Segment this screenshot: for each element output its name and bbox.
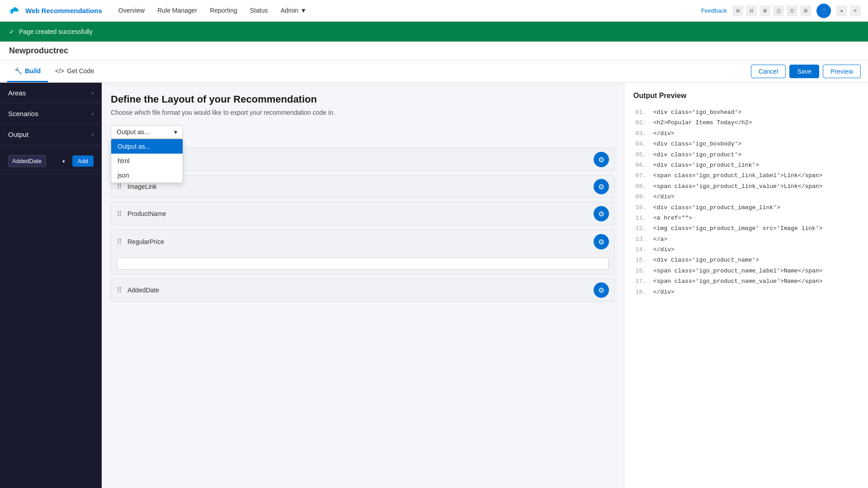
field-selector[interactable]: AddedDate xyxy=(8,155,46,167)
toolbar-icons: ⊞ ⊟ ⊠ ◫ ⊡ ⊞ xyxy=(732,5,811,16)
line-number: 15. xyxy=(633,255,646,265)
icon-btn-2[interactable]: ⊟ xyxy=(746,5,757,16)
line-number: 07. xyxy=(633,170,646,181)
code-content: <div class='igo_product_name'> xyxy=(653,255,759,265)
drag-handle-icon-4[interactable]: ⠿ xyxy=(117,238,122,246)
code-content: <span class='igo_product_link_label'>Lin… xyxy=(653,170,822,181)
line-number: 10. xyxy=(633,202,646,213)
sidebar-item-output[interactable]: Output › xyxy=(0,124,102,145)
code-content: <div class='igo_product'> xyxy=(653,150,741,160)
nav-rule-manager[interactable]: Rule Manager xyxy=(152,0,203,22)
line-number: 09. xyxy=(633,192,646,202)
code-line: 10. <div class='igo_product_image_link'> xyxy=(633,202,859,213)
code-content: <img class='igo_product_image' src='Imag… xyxy=(653,223,822,234)
line-number: 08. xyxy=(633,181,646,192)
page-title-row: Newproductrec xyxy=(0,42,868,61)
tab-get-code[interactable]: </> Get Code xyxy=(48,61,101,82)
icon-btn-3[interactable]: ⊠ xyxy=(760,5,770,16)
scenarios-label: Scenarios xyxy=(8,110,38,117)
code-line: 02. <h2>Popular Items Today</h2> xyxy=(633,117,859,128)
field-settings-button-product-link[interactable]: ⚙ xyxy=(594,152,609,167)
icon-btn-7[interactable]: ▸ xyxy=(836,5,847,16)
tab-build[interactable]: 🔧 Build xyxy=(7,61,48,82)
icon-btn-8[interactable]: ≡ xyxy=(850,5,861,16)
content-area: Define the Layout of your Recommendation… xyxy=(102,83,624,488)
field-name-product-link: ProductLink xyxy=(127,156,588,163)
field-row-product-link: ⠿ ProductLink ⚙ xyxy=(111,148,615,171)
nav-reporting[interactable]: Reporting xyxy=(204,0,243,22)
line-number: 12. xyxy=(633,223,646,234)
output-dropdown-trigger[interactable]: Output as... ▾ xyxy=(111,125,183,139)
field-settings-button-product-name[interactable]: ⚙ xyxy=(594,206,609,221)
field-settings-button-added-date[interactable]: ⚙ xyxy=(594,282,609,298)
code-content: <a href=""> xyxy=(653,213,692,223)
field-settings-button-image-link[interactable]: ⚙ xyxy=(594,179,609,194)
add-field-button[interactable]: Add xyxy=(72,155,94,167)
app-logo[interactable]: Web Recommendations xyxy=(7,5,102,16)
code-line: 11. <a href=""> xyxy=(633,213,859,223)
output-preview-panel: Output Preview 01.<div class='igo_boxhea… xyxy=(624,83,868,488)
avatar[interactable]: 👤 xyxy=(816,4,831,18)
code-icon: </> xyxy=(55,67,64,75)
code-line: 01.<div class='igo_boxhead'> xyxy=(633,107,859,117)
icon-btn-1[interactable]: ⊞ xyxy=(732,5,743,16)
code-content: </div> xyxy=(653,287,675,297)
code-content: </div> xyxy=(653,192,675,202)
nav-status[interactable]: Status xyxy=(245,0,274,22)
field-name-added-date: AddedDate xyxy=(127,286,588,294)
sidebar: Areas › Scenarios › Output › AddedDate ▾… xyxy=(0,83,102,488)
toolbar-icons-right: ▸ ≡ xyxy=(836,5,861,16)
code-content: </div> xyxy=(653,244,675,255)
line-number: 16. xyxy=(633,266,646,276)
code-content: <div class='igo_boxhead'> xyxy=(653,107,741,117)
field-row-image-link: ⠿ ImageLink ⚙ xyxy=(111,175,615,198)
nav-overview[interactable]: Overview xyxy=(113,0,150,22)
code-line: 17. <span class='igo_product_name_value'… xyxy=(633,276,859,286)
sub-tabs: 🔧 Build </> Get Code Cancel Save Preview xyxy=(0,61,868,83)
line-number: 04. xyxy=(633,139,646,149)
output-label: Output xyxy=(8,131,28,138)
field-row-regular-price: ⠿ RegularPrice ⚙ xyxy=(111,229,615,275)
dropdown-option-output-as[interactable]: Output as... xyxy=(111,139,183,154)
code-content: </div> xyxy=(653,128,675,139)
code-line: 12. <img class='igo_product_image' src='… xyxy=(633,223,859,234)
code-line: 15. <div class='igo_product_name'> xyxy=(633,255,859,265)
code-line: 05. <div class='igo_product'> xyxy=(633,150,859,160)
sidebar-item-areas[interactable]: Areas › xyxy=(0,83,102,103)
line-number: 17. xyxy=(633,276,646,286)
code-content: </a> xyxy=(653,234,667,244)
code-line: 08. <span class='igo_product_link_value'… xyxy=(633,181,859,192)
icon-btn-6[interactable]: ⊞ xyxy=(800,5,811,16)
tab-actions: Cancel Save Preview xyxy=(751,65,861,78)
success-banner: ✓ Page created successfully xyxy=(0,22,868,42)
app-title: Web Recommendations xyxy=(25,7,102,14)
success-message: Page created successfully xyxy=(19,28,93,35)
preview-button[interactable]: Preview xyxy=(823,65,861,78)
layout-subtitle: Choose which file format you would like … xyxy=(111,109,615,116)
code-line: 07. <span class='igo_product_link_label'… xyxy=(633,170,859,181)
dropdown-option-json[interactable]: json xyxy=(111,168,183,183)
feedback-button[interactable]: Feedback xyxy=(701,7,727,14)
sidebar-item-scenarios[interactable]: Scenarios › xyxy=(0,103,102,124)
dropdown-option-html[interactable]: html xyxy=(111,154,183,168)
code-content: <h2>Popular Items Today</h2> xyxy=(653,117,752,128)
icon-btn-4[interactable]: ◫ xyxy=(773,5,784,16)
drag-handle-icon-2[interactable]: ⠿ xyxy=(117,183,122,191)
output-dropdown-chevron-icon: ▾ xyxy=(174,128,177,136)
areas-chevron-icon: › xyxy=(92,90,94,96)
nav-admin[interactable]: Admin ▼ xyxy=(275,0,312,22)
save-button[interactable]: Save xyxy=(789,65,819,78)
line-number: 11. xyxy=(633,213,646,223)
regular-price-input[interactable] xyxy=(117,258,609,270)
code-line: 16. <span class='igo_product_name_label'… xyxy=(633,266,859,276)
page-title: Newproductrec xyxy=(9,46,68,55)
sidebar-dropdown-row: AddedDate ▾ Add xyxy=(8,155,94,167)
drag-handle-icon-3[interactable]: ⠿ xyxy=(117,210,122,218)
sidebar-add-section: AddedDate ▾ Add xyxy=(0,145,102,174)
icon-btn-5[interactable]: ⊡ xyxy=(787,5,797,16)
drag-handle-icon-5[interactable]: ⠿ xyxy=(117,286,122,295)
field-settings-button-regular-price[interactable]: ⚙ xyxy=(594,234,609,249)
code-content: <div class='igo_boxbody'> xyxy=(653,139,741,149)
cancel-button[interactable]: Cancel xyxy=(751,65,786,78)
areas-label: Areas xyxy=(8,89,26,97)
